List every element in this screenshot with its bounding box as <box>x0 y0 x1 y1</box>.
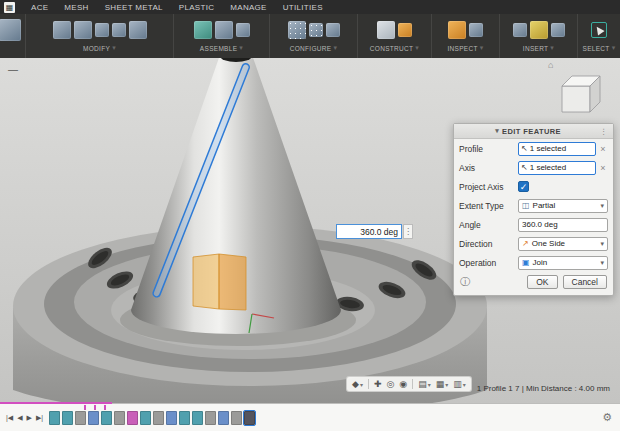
toolbar-label-modify[interactable]: MODIFY ▾ <box>83 44 116 52</box>
timeline-feature-icon[interactable] <box>192 411 203 425</box>
grid-settings-icon: ▦ <box>436 379 445 389</box>
orbit-button[interactable]: ◎ <box>386 379 394 389</box>
tool-icon[interactable] <box>215 21 233 39</box>
tool-icon[interactable] <box>53 21 71 39</box>
info-icon[interactable]: ⓘ <box>460 275 470 289</box>
drag-handle-icon[interactable]: ⋮ <box>403 224 413 239</box>
divider <box>368 379 369 389</box>
timeline-feature-icon[interactable] <box>75 411 86 425</box>
dialog-header[interactable]: ▾ EDIT FEATURE ⋮ <box>454 124 613 139</box>
angle-input-floating[interactable] <box>336 224 402 239</box>
toolbar-label-text: INSPECT <box>447 45 477 52</box>
display-settings-icon: ▤ <box>418 379 427 389</box>
skip-start-button[interactable]: |◀ <box>6 414 13 422</box>
drag-handle-icon[interactable]: ⋮ <box>600 127 608 136</box>
ok-button[interactable]: OK <box>527 275 557 289</box>
tool-icon[interactable] <box>194 21 212 39</box>
display-settings-button[interactable]: ▤ ▾ <box>418 379 431 389</box>
tool-icon[interactable] <box>74 21 92 39</box>
timeline-feature-icon[interactable] <box>179 411 190 425</box>
chevron-down-icon: ▾ <box>600 240 604 248</box>
profile-selection-box[interactable]: ↖ 1 selected <box>518 142 596 156</box>
pan-icon: ✚ <box>374 379 382 389</box>
look-at-button[interactable]: ◉ <box>399 379 407 389</box>
timeline-feature-icon[interactable] <box>205 411 216 425</box>
marking-menu-button[interactable]: ◆ ▾ <box>352 379 363 389</box>
toolbar-label-select[interactable]: SELECT ▾ <box>583 44 616 52</box>
toolbar-label-configure[interactable]: CONFIGURE ▾ <box>290 44 338 52</box>
step-back-button[interactable]: ◀ <box>17 414 22 422</box>
viewports-button[interactable]: ▥ ▾ <box>453 379 466 389</box>
axis-selection-box[interactable]: ↖ 1 selected <box>518 161 596 175</box>
pan-button[interactable]: ✚ <box>374 379 382 389</box>
chevron-down-icon: ▾ <box>463 381 466 388</box>
tool-icon[interactable] <box>448 21 466 39</box>
app-grid-icon[interactable]: ▦ <box>4 2 15 13</box>
timeline-feature-icon[interactable] <box>114 411 125 425</box>
menu-tab-utilities[interactable]: UTILITIES <box>283 3 323 12</box>
floating-angle-input-group: ⋮ <box>336 224 413 239</box>
timeline-feature-icon[interactable] <box>218 411 229 425</box>
cancel-button[interactable]: Cancel <box>563 275 607 289</box>
timeline-feature-icon[interactable] <box>88 411 99 425</box>
select-tool-icon[interactable] <box>591 22 607 38</box>
tool-icon[interactable] <box>309 23 323 37</box>
operation-dropdown[interactable]: ▣ Join ▾ <box>518 256 608 270</box>
timeline-feature-icon[interactable] <box>101 411 112 425</box>
direction-dropdown[interactable]: ↗ One Side ▾ <box>518 237 608 251</box>
axis-clear-icon[interactable]: × <box>598 163 608 173</box>
timeline-feature-icon[interactable] <box>244 411 255 425</box>
look-at-icon: ◉ <box>399 379 407 389</box>
toolbar-label-inspect[interactable]: INSPECT ▾ <box>447 44 483 52</box>
tool-icon[interactable] <box>377 21 395 39</box>
tool-icon[interactable] <box>288 21 306 39</box>
tool-icon[interactable] <box>236 23 250 37</box>
chevron-down-icon: ▾ <box>600 202 604 210</box>
row-project-axis: Project Axis ✓ <box>454 177 613 196</box>
extent-type-dropdown[interactable]: ◫ Partial ▾ <box>518 199 608 213</box>
row-direction: Direction ↗ One Side ▾ <box>454 234 613 253</box>
play-button[interactable]: ▶ <box>27 414 32 422</box>
browser-collapse-icon[interactable]: — <box>8 64 18 75</box>
tool-icon[interactable] <box>326 23 340 37</box>
menu-tab-sheet-metal[interactable]: SHEET METAL <box>105 3 163 12</box>
view-cube[interactable]: ⌂ <box>550 62 606 118</box>
timeline-feature-icon[interactable] <box>127 411 138 425</box>
tool-icon[interactable] <box>398 23 412 37</box>
tool-icon[interactable] <box>0 19 21 41</box>
gear-icon[interactable]: ⚙ <box>602 411 620 424</box>
viewport-3d[interactable]: — ⌂ ▾ EDIT FEATURE ⋮ Profile ↖ <box>0 58 620 403</box>
row-axis: Axis ↖ 1 selected × <box>454 158 613 177</box>
sketch-plane[interactable] <box>193 254 246 310</box>
tool-icon[interactable] <box>551 23 565 37</box>
tool-icon[interactable] <box>530 21 548 39</box>
tool-icon[interactable] <box>95 23 109 37</box>
tool-icon[interactable] <box>513 23 527 37</box>
timeline-feature-icon[interactable] <box>140 411 151 425</box>
menu-tab-manage[interactable]: MANAGE <box>230 3 266 12</box>
angle-input[interactable]: 360.0 deg <box>518 218 608 232</box>
profile-clear-icon[interactable]: × <box>598 144 608 154</box>
timeline-feature-icon[interactable] <box>49 411 60 425</box>
timeline-feature-icon[interactable] <box>231 411 242 425</box>
home-icon[interactable]: ⌂ <box>548 60 553 70</box>
toolbar-label-text: MODIFY <box>83 45 110 52</box>
project-axis-checkbox[interactable]: ✓ <box>518 181 529 192</box>
chevron-down-icon: ▾ <box>550 44 554 52</box>
timeline-feature-icon[interactable] <box>153 411 164 425</box>
angle-label: Angle <box>459 220 518 230</box>
grid-settings-button[interactable]: ▦ ▾ <box>436 379 449 389</box>
tool-icon[interactable] <box>469 23 483 37</box>
menu-tab-mesh[interactable]: MESH <box>64 3 88 12</box>
viewports-icon: ▥ <box>453 379 462 389</box>
tool-icon[interactable] <box>112 23 126 37</box>
menu-tab-plastic[interactable]: PLASTIC <box>179 3 214 12</box>
tool-icon[interactable] <box>129 21 147 39</box>
toolbar-label-construct[interactable]: CONSTRUCT ▾ <box>370 44 419 52</box>
toolbar-label-assemble[interactable]: ASSEMBLE ▾ <box>200 44 243 52</box>
timeline-feature-icon[interactable] <box>166 411 177 425</box>
toolbar-label-insert[interactable]: INSERT ▾ <box>523 44 554 52</box>
timeline-feature-icon[interactable] <box>62 411 73 425</box>
menu-tab-surface[interactable]: ACE <box>31 3 48 12</box>
skip-end-button[interactable]: ▶| <box>36 414 43 422</box>
